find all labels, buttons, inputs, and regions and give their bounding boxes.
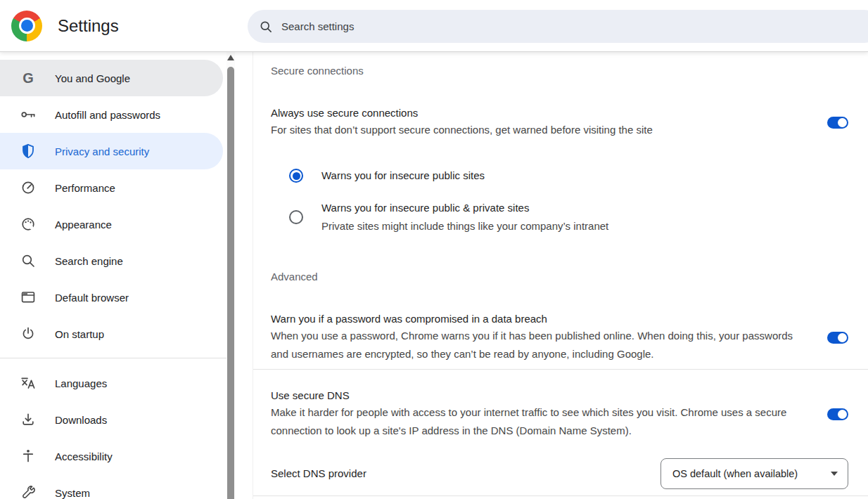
always-use-secure-row: Always use secure connections For sites …	[271, 105, 848, 139]
browser-window-icon	[20, 289, 37, 306]
content-divider	[253, 369, 868, 370]
sidebar-item-autofill-and-passwords[interactable]: Autofill and passwords	[0, 96, 223, 133]
speedometer-icon	[20, 179, 37, 196]
sidebar-item-label: You and Google	[55, 72, 130, 84]
sidebar-item-label: Default browser	[55, 292, 129, 304]
warn-options-group: Warns you for insecure public sites Warn…	[289, 167, 868, 235]
app-header: Settings	[0, 0, 868, 51]
sidebar-item-appearance[interactable]: Appearance	[0, 206, 223, 242]
warn-public-radio-row[interactable]: Warns you for insecure public sites	[289, 167, 868, 185]
sidebar-item-performance[interactable]: Performance	[0, 169, 223, 206]
sidebar-item-label: Downloads	[55, 414, 107, 426]
section-header-advanced: Advanced	[271, 271, 868, 283]
scrollbar-up-arrow[interactable]	[227, 55, 234, 60]
wrench-icon	[20, 484, 37, 499]
warn-public-private-radio-row[interactable]: Warns you for insecure public & private …	[289, 199, 868, 235]
warn-public-private-radio[interactable]	[289, 210, 303, 224]
sidebar-item-label: Search engine	[55, 255, 123, 267]
palette-icon	[20, 216, 37, 233]
sidebar-item-you-and-google[interactable]: G You and Google	[0, 60, 223, 96]
accessibility-icon	[20, 448, 37, 465]
magnifier-icon	[20, 252, 37, 269]
scrollbar-thumb[interactable]	[227, 67, 234, 499]
power-icon	[20, 325, 37, 342]
sidebar-item-label: Accessibility	[55, 451, 113, 462]
dns-provider-label: Select DNS provider	[271, 466, 635, 481]
google-g-icon: G	[20, 70, 37, 86]
password-breach-toggle[interactable]	[827, 332, 848, 344]
sidebar-item-system[interactable]: System	[0, 474, 223, 499]
search-icon	[259, 20, 273, 34]
sidebar-item-label: Languages	[55, 377, 107, 389]
search-bar[interactable]	[248, 10, 868, 43]
dns-provider-select[interactable]: OS default (when available)	[660, 458, 848, 489]
sidebar-item-privacy-and-security[interactable]: Privacy and security	[0, 133, 223, 169]
password-breach-description: When you use a password, Chrome warns yo…	[271, 327, 802, 363]
settings-sidebar: G You and Google Autofill and passwords …	[0, 51, 253, 499]
secure-dns-toggle[interactable]	[827, 408, 848, 420]
search-input[interactable]	[280, 20, 772, 33]
dns-provider-selected-value: OS default (when available)	[672, 468, 831, 479]
sidebar-item-on-startup[interactable]: On startup	[0, 316, 223, 352]
sidebar-item-default-browser[interactable]: Default browser	[0, 279, 223, 316]
always-use-secure-toggle[interactable]	[827, 117, 848, 129]
sidebar-item-label: System	[55, 487, 90, 499]
chevron-down-icon	[831, 472, 838, 476]
settings-content: Secure connections Always use secure con…	[253, 51, 868, 499]
secure-dns-row: Use secure DNS Make it harder for people…	[271, 388, 848, 440]
password-breach-row: Warn you if a password was compromised i…	[271, 311, 848, 363]
warn-public-private-radio-label: Warns you for insecure public & private …	[321, 199, 608, 217]
sidebar-item-label: Autofill and passwords	[55, 109, 160, 121]
translate-icon	[20, 375, 37, 391]
always-use-secure-label: Always use secure connections	[271, 105, 802, 121]
section-header-secure-connections: Secure connections	[271, 65, 868, 77]
secure-dns-description: Make it harder for people with access to…	[271, 403, 802, 440]
sidebar-item-accessibility[interactable]: Accessibility	[0, 438, 223, 474]
warn-public-radio[interactable]	[289, 169, 303, 183]
password-breach-label: Warn you if a password was compromised i…	[271, 311, 802, 327]
sidebar-item-label: Privacy and security	[55, 145, 149, 157]
sidebar-item-languages[interactable]: Languages	[0, 365, 223, 401]
shield-icon	[20, 143, 37, 160]
sidebar-item-search-engine[interactable]: Search engine	[0, 242, 223, 279]
sidebar-scrollbar	[226, 51, 235, 499]
key-icon	[20, 106, 37, 123]
sidebar-item-label: Performance	[55, 182, 115, 194]
always-use-secure-description: For sites that don’t support secure conn…	[271, 121, 802, 139]
sidebar-item-label: Appearance	[55, 219, 112, 231]
chrome-logo-icon	[11, 11, 42, 41]
warn-public-private-radio-description: Private sites might include things like …	[321, 217, 608, 235]
download-icon	[20, 411, 37, 428]
sidebar-item-label: On startup	[55, 328, 104, 340]
page-title: Settings	[58, 16, 119, 36]
warn-public-radio-label: Warns you for insecure public sites	[321, 167, 485, 185]
dns-provider-row: Select DNS provider OS default (when ava…	[271, 458, 848, 489]
sidebar-divider	[0, 358, 234, 358]
sidebar-item-downloads[interactable]: Downloads	[0, 401, 223, 438]
content-divider	[253, 495, 868, 496]
secure-dns-label: Use secure DNS	[271, 388, 802, 403]
